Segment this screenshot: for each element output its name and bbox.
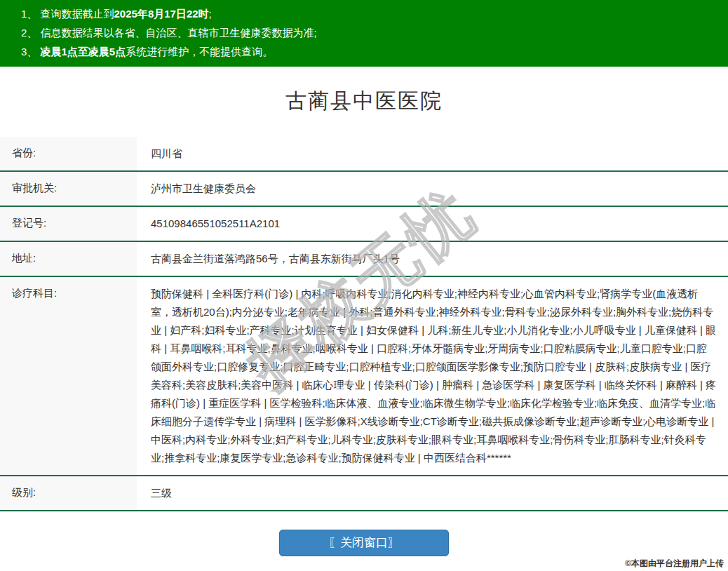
field-value-registration-number: 45109846551052511A2101 [137, 207, 728, 241]
field-label-registration-number: 登记号: [0, 207, 137, 241]
table-row-approval-authority: 审批机关: 泸州市卫生健康委员会 [0, 172, 728, 207]
field-label-approval-authority: 审批机关: [0, 172, 137, 206]
notice-item-3: 3、 凌晨1点至凌晨5点系统进行维护，不能提供查询。 [21, 42, 721, 61]
button-row: 〖关闭窗口〗 [0, 530, 728, 556]
table-row-registration-number: 登记号: 45109846551052511A2101 [0, 207, 728, 242]
notice-text: 2、 信息数据结果以各省、自治区、直辖市卫生健康委数据为准; [21, 27, 317, 39]
table-row-grade: 级别: 三级 [0, 476, 728, 511]
field-label-medical-departments: 诊疗科目: [0, 277, 137, 475]
notice-text: 系统进行维护，不能提供查询。 [126, 46, 273, 58]
close-window-button[interactable]: 〖关闭窗口〗 [279, 530, 449, 556]
notice-text: 1、 查询数据截止到 [21, 8, 114, 20]
notice-item-1: 1、 查询数据截止到2025年8月17日22时; [21, 4, 721, 23]
field-label-province: 省份: [0, 137, 137, 170]
field-value-province: 四川省 [137, 137, 728, 170]
table-row-address: 地址: 古蔺县金兰街道落鸿路56号，古蔺县东新街马厂头1号 [0, 242, 728, 277]
notice-text: 3、 [21, 46, 41, 58]
field-value-address: 古蔺县金兰街道落鸿路56号，古蔺县东新街马厂头1号 [137, 242, 728, 276]
field-value-grade: 三级 [137, 476, 728, 510]
hospital-info-table: 省份: 四川省 审批机关: 泸州市卫生健康委员会 登记号: 4510984655… [0, 137, 728, 511]
notice-item-2: 2、 信息数据结果以各省、自治区、直辖市卫生健康委数据为准; [21, 23, 721, 42]
field-value-medical-departments: 预防保健科 | 全科医疗科(门诊) | 内科;呼吸内科专业;消化内科专业;神经内… [137, 277, 728, 475]
table-row-province: 省份: 四川省 [0, 137, 728, 172]
field-label-address: 地址: [0, 242, 137, 276]
image-upload-credit: ©本图由平台注册用户上传 [625, 558, 724, 570]
table-row-medical-departments: 诊疗科目: 预防保健科 | 全科医疗科(门诊) | 内科;呼吸内科专业;消化内科… [0, 277, 728, 476]
notice-bold-text: 2025年8月17日22时 [114, 8, 209, 20]
field-label-grade: 级别: [0, 476, 137, 510]
notice-banner: 1、 查询数据截止到2025年8月17日22时; 2、 信息数据结果以各省、自治… [0, 0, 728, 67]
hospital-name-title: 古蔺县中医医院 [0, 87, 728, 116]
notice-text: ; [209, 8, 212, 20]
field-value-approval-authority: 泸州市卫生健康委员会 [137, 172, 728, 206]
notice-bold-text: 凌晨1点至凌晨5点 [41, 46, 126, 58]
